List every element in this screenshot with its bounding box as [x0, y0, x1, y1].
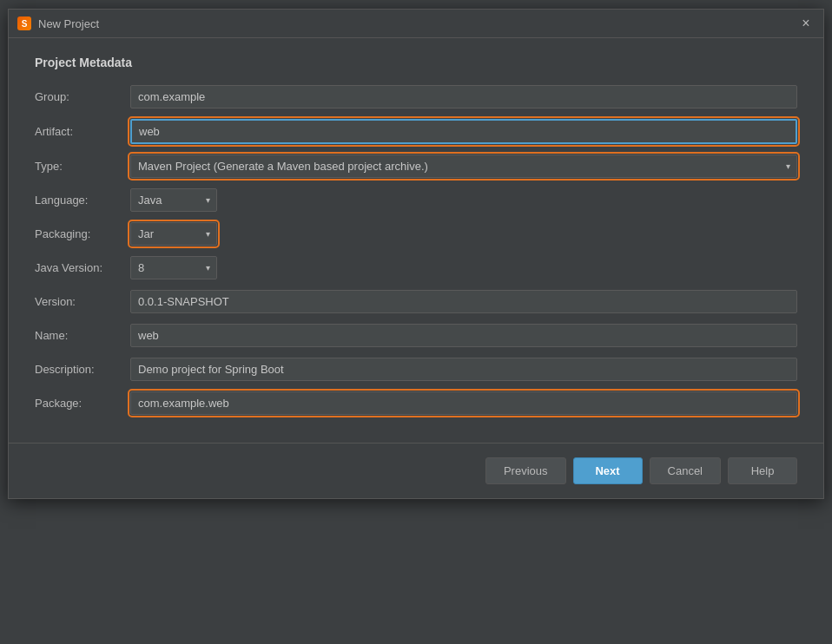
language-select-wrapper: Java Kotlin Groovy ▾	[130, 188, 217, 212]
group-row: Group:	[35, 85, 797, 108]
group-label: Group:	[35, 90, 130, 103]
packaging-select[interactable]: Jar War	[130, 222, 217, 246]
previous-button[interactable]: Previous	[485, 457, 566, 484]
help-button[interactable]: Help	[728, 457, 797, 484]
java-version-select[interactable]: 8 11 17 21	[130, 256, 217, 279]
version-input[interactable]	[130, 290, 797, 313]
section-title: Project Metadata	[35, 56, 797, 69]
window-title: New Project	[38, 17, 99, 30]
version-row: Version:	[35, 290, 797, 313]
type-select-wrapper: Maven Project (Generate a Maven based pr…	[130, 154, 797, 178]
cancel-button[interactable]: Cancel	[650, 457, 721, 484]
package-label: Package:	[35, 397, 130, 410]
group-input[interactable]	[130, 85, 797, 108]
package-row: Package:	[35, 391, 797, 415]
packaging-row: Packaging: Jar War ▾	[35, 222, 797, 246]
close-button[interactable]: ×	[797, 15, 815, 32]
artifact-row: Artifact:	[35, 119, 797, 144]
description-label: Description:	[35, 363, 130, 376]
title-bar-left: S New Project	[17, 16, 99, 30]
name-input[interactable]	[130, 324, 797, 347]
new-project-dialog: S New Project × Project Metadata Group: …	[8, 9, 824, 499]
dialog-footer: Previous Next Cancel Help	[9, 443, 823, 498]
packaging-label: Packaging:	[35, 227, 130, 240]
java-version-row: Java Version: 8 11 17 21 ▾	[35, 256, 797, 279]
version-label: Version:	[35, 295, 130, 308]
type-label: Type:	[35, 160, 130, 173]
artifact-input[interactable]	[130, 119, 797, 144]
java-version-select-wrapper: 8 11 17 21 ▾	[130, 256, 217, 279]
dialog-content: Project Metadata Group: Artifact: Type: …	[9, 38, 823, 443]
description-row: Description:	[35, 358, 797, 381]
name-label: Name:	[35, 329, 130, 342]
description-input[interactable]	[130, 358, 797, 381]
next-button[interactable]: Next	[573, 457, 643, 484]
language-label: Language:	[35, 194, 130, 207]
type-row: Type: Maven Project (Generate a Maven ba…	[35, 154, 797, 178]
package-input[interactable]	[130, 391, 797, 415]
type-select[interactable]: Maven Project (Generate a Maven based pr…	[130, 154, 797, 178]
name-row: Name:	[35, 324, 797, 347]
app-icon: S	[17, 16, 31, 30]
packaging-select-wrapper: Jar War ▾	[130, 222, 217, 246]
title-bar: S New Project ×	[9, 10, 823, 38]
language-select[interactable]: Java Kotlin Groovy	[130, 188, 217, 212]
artifact-label: Artifact:	[35, 125, 130, 138]
language-row: Language: Java Kotlin Groovy ▾	[35, 188, 797, 212]
java-version-label: Java Version:	[35, 261, 130, 274]
